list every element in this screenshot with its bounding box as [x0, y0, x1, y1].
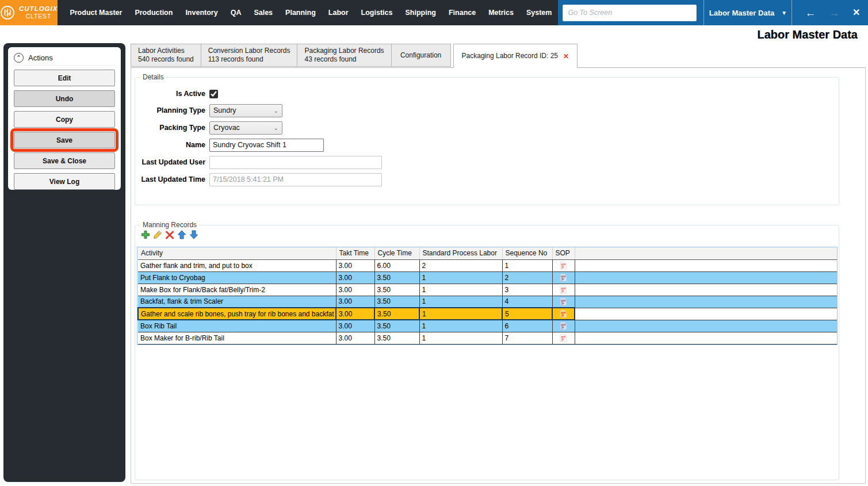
tab-labor-activities[interactable]: Labor Activities540 records found — [131, 44, 201, 67]
nav-item-system[interactable]: System — [520, 0, 558, 25]
tab-conversion-labor-records[interactable]: Conversion Labor Records113 records foun… — [201, 44, 298, 67]
cycle-time-cell: 3.50 — [374, 284, 419, 296]
nav-item-product-master[interactable]: Product Master — [63, 0, 128, 25]
packing-type-select[interactable]: Cryovac ⌄ — [209, 121, 282, 135]
nav-item-logistics[interactable]: Logistics — [355, 0, 399, 25]
screen-selector-dropdown[interactable]: Labor Master Data ▼ — [704, 9, 791, 17]
chevron-up-circle-icon[interactable]: ⌃ — [14, 53, 24, 63]
activity-cell: Box Maker for B-rib/Rib Tail — [138, 332, 336, 344]
back-arrow-icon[interactable]: ← — [805, 7, 816, 18]
tab-label: Packaging Labor Record ID: 25 — [462, 52, 558, 60]
actions-panel: ⌃ Actions EditUndoCopySaveSave & CloseVi… — [8, 47, 121, 190]
sop-cell — [552, 259, 575, 271]
activity-cell: Backfat, flank & trim Scaler — [138, 296, 336, 308]
details-legend: Details — [140, 73, 166, 81]
standard-process-labor-cell: 1 — [419, 308, 502, 320]
chevron-down-icon: ▼ — [781, 10, 787, 16]
column-header-standard-process-labor[interactable]: Standard Process Labor — [419, 247, 502, 259]
tab-record-count: 540 records found — [138, 55, 194, 64]
nav-item-inventory[interactable]: Inventory — [179, 0, 224, 25]
last-updated-user-input[interactable] — [209, 156, 382, 169]
nav-item-qa[interactable]: QA — [224, 0, 248, 25]
manning-records-legend: Manning Records — [140, 221, 199, 229]
pdf-document-icon[interactable] — [560, 297, 567, 306]
manning-records-groupbox: Manning Records ActivityTakt TimeCycle T… — [135, 225, 839, 480]
name-input[interactable] — [209, 139, 324, 152]
nav-item-metrics[interactable]: Metrics — [482, 0, 520, 25]
row-filler — [575, 320, 837, 332]
sequence-no-cell: 3 — [502, 284, 552, 296]
action-button-copy[interactable]: Copy — [14, 111, 115, 128]
is-active-checkbox[interactable] — [209, 90, 218, 98]
sequence-no-cell: 6 — [502, 320, 552, 332]
edit-record-icon[interactable] — [152, 229, 163, 240]
nav-item-labor[interactable]: Labor — [322, 0, 355, 25]
pdf-document-icon[interactable] — [560, 334, 567, 342]
takt-time-cell: 3.00 — [336, 320, 374, 332]
tab-label: Conversion Labor Records — [208, 47, 290, 55]
standard-process-labor-cell: 1 — [419, 332, 502, 344]
table-row[interactable]: Put Flank to Cryobag3.003.5012 — [138, 271, 837, 284]
sop-cell — [552, 332, 575, 344]
column-header-sequence-no[interactable]: Sequence No — [502, 247, 552, 259]
delete-record-icon[interactable] — [165, 229, 175, 240]
actions-button-list: EditUndoCopySaveSave & CloseView Log — [13, 70, 116, 190]
table-row[interactable]: Box Rib Tail3.003.5016 — [138, 320, 837, 332]
tab-packaging-labor-records[interactable]: Packaging Labor Records43 records found — [297, 44, 391, 67]
tab-label: Labor Activities — [138, 47, 194, 55]
go-to-screen-input[interactable] — [563, 5, 697, 21]
column-header-cycle-time[interactable]: Cycle Time — [374, 247, 419, 259]
action-button-save[interactable]: Save — [14, 132, 115, 148]
tab-strip: Labor Activities540 records foundConvers… — [131, 44, 577, 68]
cycle-time-cell: 3.50 — [374, 296, 419, 308]
tab-configuration[interactable]: Configuration — [391, 44, 451, 67]
column-header-sop[interactable]: SOP — [552, 247, 575, 259]
screen-selector-value: Labor Master Data — [709, 9, 774, 17]
action-button-undo[interactable]: Undo — [14, 90, 115, 107]
table-row[interactable]: Make Box for Flank/Back fat/Belly/Trim-2… — [138, 284, 837, 296]
table-row[interactable]: Backfat, flank & trim Scaler3.003.5014 — [138, 296, 837, 308]
column-header-takt-time[interactable]: Takt Time — [336, 247, 374, 259]
pdf-document-icon[interactable] — [560, 261, 567, 270]
pdf-document-icon[interactable] — [560, 273, 567, 282]
planning-type-value: Sundry — [213, 106, 274, 114]
pdf-document-icon[interactable] — [560, 285, 567, 294]
nav-item-planning[interactable]: Planning — [279, 0, 322, 25]
forward-arrow-icon[interactable]: → — [829, 7, 840, 18]
pdf-document-icon[interactable] — [560, 309, 567, 318]
nav-item-production[interactable]: Production — [128, 0, 179, 25]
nav-item-sales[interactable]: Sales — [247, 0, 279, 25]
activity-cell: Gather and scale rib bones, push tray fo… — [138, 308, 336, 320]
last-updated-time-input[interactable] — [209, 173, 382, 186]
action-button-view-log[interactable]: View Log — [14, 173, 115, 190]
table-row[interactable]: Gather flank and trim, and put to box3.0… — [138, 259, 837, 271]
row-filler — [575, 308, 837, 320]
top-navigation-bar: CUTLOGIX CLTEST Product MasterProduction… — [0, 0, 868, 25]
table-row[interactable]: Gather and scale rib bones, push tray fo… — [138, 308, 837, 320]
column-header-activity[interactable]: Activity — [138, 247, 336, 259]
packing-type-value: Cryovac — [213, 124, 274, 132]
add-record-icon[interactable] — [140, 229, 151, 240]
nav-item-finance[interactable]: Finance — [442, 0, 482, 25]
nav-item-shipping[interactable]: Shipping — [399, 0, 442, 25]
pdf-document-icon[interactable] — [560, 322, 567, 330]
actions-panel-title: Actions — [28, 53, 53, 62]
standard-process-labor-cell: 1 — [419, 320, 502, 332]
takt-time-cell: 3.00 — [336, 296, 374, 308]
tab-record-count: 43 records found — [304, 55, 384, 64]
close-window-icon[interactable]: ✕ — [852, 8, 860, 17]
move-down-icon[interactable] — [189, 229, 199, 240]
close-tab-icon[interactable]: ✕ — [563, 52, 569, 60]
action-button-save-close[interactable]: Save & Close — [14, 152, 115, 169]
standard-process-labor-cell: 1 — [419, 284, 502, 296]
action-button-edit[interactable]: Edit — [14, 70, 115, 86]
tab-packaging-labor-record-id-25[interactable]: Packaging Labor Record ID: 25✕ — [453, 44, 578, 68]
sop-cell — [552, 308, 575, 320]
nav-menu: Product MasterProductionInventoryQASales… — [58, 0, 558, 25]
tab-content-panel: Details Is Active Planning Type Sundry ⌄… — [131, 67, 866, 484]
move-up-icon[interactable] — [177, 229, 187, 240]
table-row[interactable]: Box Maker for B-rib/Rib Tail3.003.5017 — [138, 332, 837, 344]
planning-type-select[interactable]: Sundry ⌄ — [209, 104, 282, 117]
manning-toolbar — [140, 229, 199, 240]
packing-type-label: Packing Type — [137, 124, 205, 132]
